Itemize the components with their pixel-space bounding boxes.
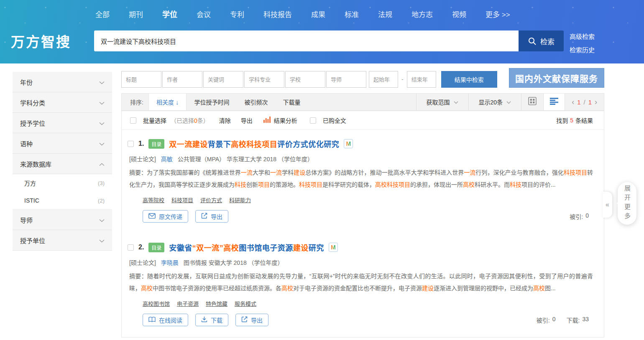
nav-tab-standard[interactable]: 标准 [345,9,359,19]
keyword-link[interactable]: 电子资源 [177,299,199,307]
facet-section-degree[interactable]: 授予学位 [13,113,112,133]
keyword-link[interactable]: 科研能力 [229,196,251,204]
result-analysis-label: 结果分析 [274,116,297,124]
fulltext-delivery-button[interactable]: 原文传递 [143,210,188,223]
filter-keyword-input[interactable] [203,71,243,88]
clear-button[interactable]: 清除 [219,116,231,124]
search-within-results-button[interactable]: 结果中检索 [441,71,497,88]
export-record-button[interactable]: 导出 [235,314,268,326]
search-button[interactable]: 检索 [519,30,564,51]
filter-year-end-input[interactable] [407,71,436,88]
filter-title-input[interactable] [121,71,161,88]
nav-tab-conference[interactable]: 会议 [197,9,211,19]
chevron-down-icon [454,99,458,105]
wanfang-search-page: 全部 期刊 学位 会议 专利 科技报告 成果 标准 法规 地方志 视频 更多 >… [0,0,644,340]
keyword-link[interactable]: 高等院校 [143,196,164,204]
filter-year-start-input[interactable] [369,71,398,88]
batch-select-checkbox[interactable] [130,117,136,124]
list-view-button[interactable] [543,94,565,110]
purchased-fulltext-checkbox[interactable] [310,117,316,124]
main-content: - 结果中检索 国内外文献保障服务 排序: 相关度 ↓ 学位授予时间 被引频次 … [121,71,604,337]
filter-supervisor-input[interactable] [326,71,366,88]
facet-section-supervisor[interactable]: 导师 [13,210,112,230]
m-resource-icon[interactable]: M [344,139,353,148]
prev-page-button[interactable]: ‹ [572,98,574,106]
nav-tab-regulation[interactable]: 法规 [378,9,392,19]
result-footer: 在线阅读 下载 导出 被引:0 下载:33 [143,314,604,326]
result-checkbox[interactable] [128,141,134,147]
purchased-fulltext-label[interactable]: 已购全文 [323,116,346,124]
result-analysis-button[interactable]: 结果分析 [263,116,297,125]
filter-major-input[interactable] [244,71,284,88]
nav-tab-patent[interactable]: 专利 [230,9,244,19]
view-toggle-group [521,94,565,110]
author-link[interactable]: 高敏 [161,155,173,163]
advanced-search-link[interactable]: 高级检索 [570,32,595,41]
result-keywords: 高等院校 科技项目 评价方式 科研能力 [143,196,604,204]
keyword-link[interactable]: 服务模式 [235,299,256,307]
header: 全部 期刊 学位 会议 专利 科技报告 成果 标准 法规 地方志 视频 更多 >… [0,0,644,63]
keyword-link[interactable]: 特色馆藏 [206,299,227,307]
sort-bar-right: 获取范围 显示20条 ‹ 1 [416,94,604,110]
facet-section-language[interactable]: 语种 [13,133,112,154]
chevron-up-icon [99,160,105,167]
facet-section-source-db[interactable]: 来源数据库 [13,154,112,174]
filter-school-input[interactable] [285,71,325,88]
search-history-link[interactable]: 检索历史 [570,45,595,54]
sort-option-relevance[interactable]: 相关度 ↓ [148,94,187,110]
search-input[interactable] [94,30,519,51]
keyword-link[interactable]: 评价方式 [200,196,222,204]
document-guarantee-banner[interactable]: 国内外文献保障服务 [509,68,604,88]
search-links: 高级检索 检索历史 [570,32,595,54]
facet-section-granting-institution[interactable]: 授予单位 [13,230,112,251]
scope-dropdown[interactable]: 获取范围 [416,94,468,110]
keyword-link[interactable]: 科技项目 [171,196,193,204]
nav-tab-video[interactable]: 视频 [452,9,466,19]
nav-tab-all[interactable]: 全部 [95,9,110,19]
sort-option-cited[interactable]: 被引频次 [237,94,275,110]
result-title-link[interactable]: 安徽省“双一流”高校图书馆电子资源建设研究 [169,242,324,253]
facet-option-label: ISTIC [24,197,39,204]
export-button[interactable]: 导出 [241,116,253,124]
expand-more-button[interactable]: 展开更多 [618,182,636,225]
facet-option-istic[interactable]: ISTIC (2) [13,192,112,209]
chevron-down-icon [99,79,105,86]
nav-tab-degree[interactable]: 学位 [162,8,177,19]
result-abstract: 摘要：随着时代的发展，互联网日益成为创新驱动发展的先导力量，“互联网+”时代的来… [129,270,593,294]
nav-tab-journal[interactable]: 期刊 [129,9,143,19]
collapse-panel-handle[interactable]: « [603,192,612,218]
download-button[interactable]: 下载 [195,314,228,326]
result-count-text: 找到 5 条结果 [556,116,595,124]
facet-option-wanfang[interactable]: 万方 (3) [13,174,112,192]
nav-tab-tech-report[interactable]: 科技报告 [263,9,292,19]
export-icon [241,316,248,324]
result-header: 1. 目录 双一流建设背景下高校科技项目评价方式优化研究 M [128,138,604,149]
facet-section-subject[interactable]: 学科分类 [13,92,112,113]
result-checkbox[interactable] [128,244,134,251]
meta-detail: 公共管理（MPA） 华东理工大学 2018 （学位年度） [178,155,313,163]
list-view-icon [550,98,558,107]
read-online-button[interactable]: 在线阅读 [143,314,188,326]
page-size-dropdown[interactable]: 显示20条 [468,94,521,110]
nav-tab-local-records[interactable]: 地方志 [411,9,433,19]
keyword-link[interactable]: 高校图书馆 [143,299,170,307]
result-count-number: 5 [570,117,573,124]
m-resource-icon[interactable]: M [329,243,338,252]
facet-sidebar: 年份 学科分类 授予学位 语种 来源数据库 万方 (3) ISTIC (2) [13,72,112,251]
result-stats: 被引:0 [570,212,604,221]
batch-select-label[interactable]: 批量选择 [143,116,166,124]
export-record-button[interactable]: 导出 [195,210,228,223]
grid-view-button[interactable] [521,94,543,110]
author-link[interactable]: 李晓晨 [161,258,179,266]
facet-label: 导师 [20,216,33,224]
filter-author-input[interactable] [162,71,202,88]
sort-option-degree-date[interactable]: 学位授予时间 [187,94,237,110]
nav-tab-achievement[interactable]: 成果 [311,9,325,19]
nav-tab-more[interactable]: 更多 >> [486,9,510,19]
facet-section-year[interactable]: 年份 [13,72,112,92]
facet-label: 学科分类 [20,98,45,107]
result-title-link[interactable]: 双一流建设背景下高校科技项目评价方式优化研究 [169,138,339,149]
sort-option-downloads[interactable]: 下载量 [275,94,308,110]
next-page-button[interactable]: › [595,98,597,106]
result-abstract: 摘要：为了落实我国部署的《统筹推进世界一流大学和一流学科建设总体方案》的战略方针… [129,167,593,191]
